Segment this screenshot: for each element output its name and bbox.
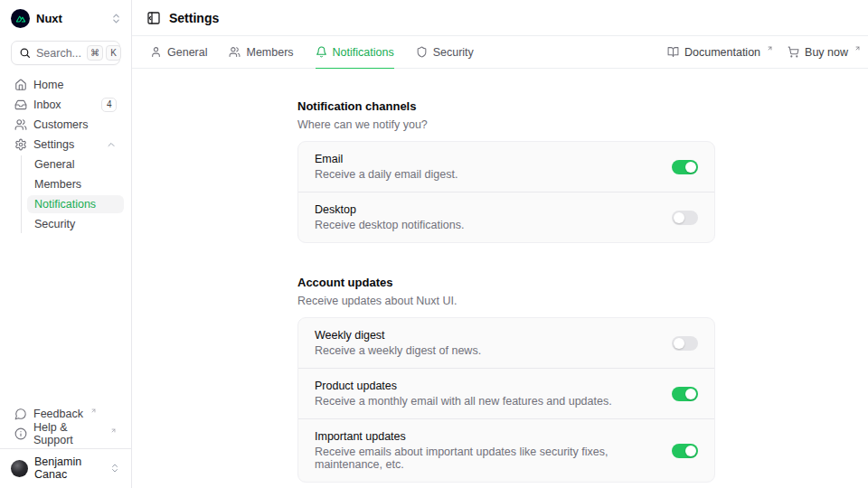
sidebar-item-inbox[interactable]: Inbox 4	[7, 96, 124, 114]
workspace-switcher[interactable]: Nuxt	[0, 0, 131, 35]
sidebar-footer-nav: Feedback Help & Support	[0, 405, 131, 448]
sidebar-item-home[interactable]: Home	[7, 76, 124, 94]
bell-icon	[316, 46, 327, 58]
tab-label: Members	[246, 46, 293, 59]
sidebar-item-label: Notifications	[34, 198, 96, 211]
chevron-up-down-icon[interactable]	[110, 13, 122, 24]
sidebar-item-label: Help & Support	[33, 421, 103, 446]
setting-title: Email	[315, 153, 657, 165]
nuxt-logo-icon	[11, 9, 30, 28]
tab-label: General	[167, 46, 207, 59]
section-title: Account updates	[297, 276, 715, 289]
sidebar-item-security[interactable]: Security	[27, 215, 124, 233]
section-subtitle: Receive updates about Nuxt UI.	[297, 295, 715, 307]
sidebar-item-label: Members	[34, 178, 81, 191]
user-icon	[150, 46, 162, 58]
tab-notifications[interactable]: Notifications	[316, 36, 394, 68]
external-link-icon	[854, 45, 861, 52]
sidebar-item-label: Settings	[33, 138, 99, 151]
app-window: Nuxt Search... ⌘ K Home	[0, 0, 868, 488]
inbox-icon	[14, 99, 27, 111]
tab-label: Notifications	[333, 46, 394, 59]
chevron-up-icon	[106, 139, 117, 150]
kbd-cmd: ⌘	[87, 45, 103, 61]
button-label: Buy now	[805, 46, 848, 59]
button-label: Documentation	[684, 46, 760, 59]
sidebar-spacer	[0, 233, 131, 405]
page-title: Settings	[169, 11, 219, 25]
setting-title: Weekly digest	[315, 329, 657, 342]
external-link-icon	[767, 45, 773, 52]
sidebar-item-label: General	[34, 158, 74, 171]
setting-description: Receive a daily email digest.	[315, 168, 657, 181]
sidebar-item-label: Security	[34, 218, 75, 230]
settings-content: Notification channels Where can we notif…	[132, 69, 868, 488]
tab-label: Security	[433, 46, 474, 59]
users-icon	[229, 46, 241, 58]
setting-description: Receive desktop notifications.	[315, 219, 657, 231]
setting-title: Product updates	[315, 380, 657, 392]
user-name: Benjamin Canac	[34, 455, 103, 481]
product-updates-toggle[interactable]	[672, 387, 698, 401]
info-circle-icon	[14, 427, 27, 440]
buy-now-button[interactable]: Buy now	[788, 46, 861, 59]
sidebar-item-label: Home	[33, 79, 117, 91]
section-title: Notification channels	[297, 99, 715, 113]
brand-name: Nuxt	[36, 12, 104, 25]
settings-card: Weekly digest Receive a weekly digest of…	[297, 317, 715, 483]
cart-icon	[788, 46, 799, 58]
home-icon	[14, 79, 27, 91]
tab-security[interactable]: Security	[416, 36, 474, 68]
page-header: Settings	[132, 0, 868, 36]
setting-row-email: Email Receive a daily email digest.	[298, 142, 714, 192]
sidebar-item-general[interactable]: General	[27, 155, 124, 174]
setting-description: Receive a monthly email with all new fea…	[315, 395, 657, 408]
users-icon	[14, 118, 27, 131]
external-link-icon	[110, 427, 117, 434]
section-subtitle: Where can we notify you?	[297, 118, 715, 131]
sidebar-item-label: Customers	[33, 118, 117, 131]
shield-icon	[416, 46, 428, 58]
user-menu[interactable]: Benjamin Canac	[0, 449, 131, 488]
desktop-toggle[interactable]	[672, 211, 698, 225]
setting-title: Desktop	[315, 203, 657, 216]
search-shortcut: ⌘ K	[87, 45, 121, 61]
email-toggle[interactable]	[672, 160, 698, 174]
sidebar-nav: Home Inbox 4 Customers Settings	[0, 76, 131, 233]
important-updates-toggle[interactable]	[672, 444, 698, 458]
sidebar-item-notifications[interactable]: Notifications	[27, 195, 124, 213]
weekly-digest-toggle[interactable]	[672, 336, 698, 351]
setting-row-product-updates: Product updates Receive a monthly email …	[298, 368, 714, 418]
book-icon	[667, 46, 679, 58]
sidebar-item-label: Inbox	[33, 99, 95, 111]
tab-members[interactable]: Members	[229, 36, 293, 68]
sidebar-item-settings[interactable]: Settings	[7, 136, 124, 154]
sidebar-item-feedback[interactable]: Feedback	[7, 405, 124, 423]
sidebar-item-label: Feedback	[33, 408, 83, 420]
main-panel: Settings General Members	[132, 0, 868, 488]
settings-subnav: General Members Notifications Security	[7, 155, 124, 233]
kbd-k: K	[106, 45, 121, 61]
tab-bar: General Members Notifications	[132, 36, 868, 69]
account-updates-section: Account updates Receive updates about Nu…	[297, 276, 715, 483]
gear-icon	[14, 138, 27, 151]
search-input[interactable]: Search... ⌘ K	[11, 41, 120, 65]
search-placeholder: Search...	[36, 47, 81, 60]
sidebar-item-members[interactable]: Members	[27, 175, 124, 193]
collapse-sidebar-icon[interactable]	[146, 11, 161, 25]
chat-bubble-icon	[14, 408, 27, 420]
setting-row-desktop: Desktop Receive desktop notifications.	[298, 192, 714, 242]
avatar	[11, 460, 28, 477]
chevron-up-down-icon	[109, 463, 120, 474]
setting-description: Receive emails about important updates l…	[315, 446, 657, 471]
tab-general[interactable]: General	[150, 36, 207, 68]
sidebar: Nuxt Search... ⌘ K Home	[0, 0, 132, 488]
sidebar-item-help-support[interactable]: Help & Support	[7, 425, 124, 443]
settings-card: Email Receive a daily email digest. Desk…	[297, 141, 715, 243]
external-link-icon	[90, 408, 97, 414]
inbox-count-badge: 4	[101, 98, 117, 112]
sidebar-item-customers[interactable]: Customers	[7, 116, 124, 134]
notification-channels-section: Notification channels Where can we notif…	[297, 99, 715, 243]
documentation-button[interactable]: Documentation	[667, 46, 773, 59]
setting-description: Receive a weekly digest of news.	[315, 344, 657, 357]
